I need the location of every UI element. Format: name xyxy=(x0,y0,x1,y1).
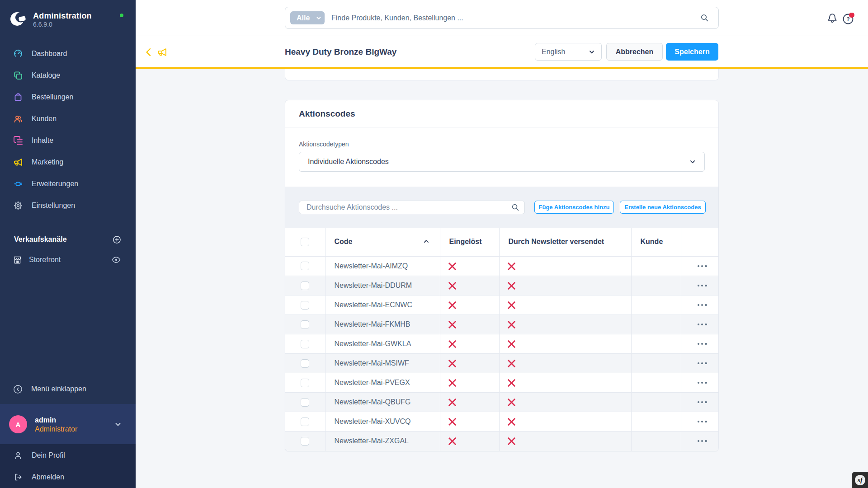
svg-text:?: ? xyxy=(846,16,849,22)
